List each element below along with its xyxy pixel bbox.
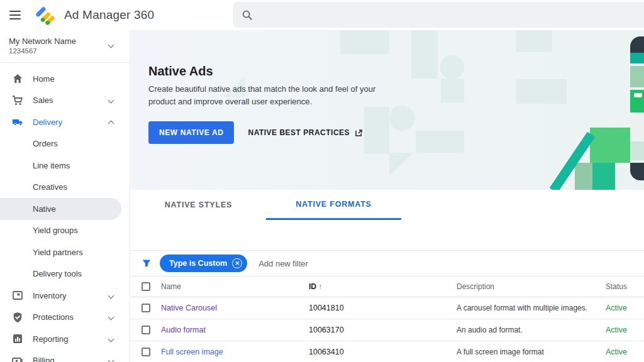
sidebar-item-label: Line items — [33, 161, 70, 170]
decorative-rect — [516, 79, 567, 104]
tab-native-formats[interactable]: NATIVE FORMATS — [266, 190, 401, 220]
decorative-rect — [516, 30, 552, 52]
hero-actions: NEW NATIVE AD NATIVE BEST PRACTICES — [148, 121, 364, 144]
hero-banner: Native Ads Create beautiful native ads t… — [131, 30, 644, 190]
select-all-checkbox[interactable] — [142, 282, 150, 291]
sidebar-item-label: Native — [33, 204, 56, 214]
sidebar-item-reporting[interactable]: Reporting — [0, 328, 130, 350]
table-row: Full screen image 10063410 A full screen… — [131, 341, 644, 362]
status-badge: Active — [606, 326, 627, 334]
sidebar-item-home[interactable]: Home — [0, 68, 130, 90]
sidebar-item-label: Yield partners — [33, 248, 83, 257]
home-icon — [11, 72, 24, 85]
tab-bar: NATIVE STYLES NATIVE FORMATS — [131, 190, 644, 220]
column-header-id[interactable]: ID↑ — [309, 282, 322, 291]
bar-chart-icon — [11, 332, 24, 345]
native-best-practices-button[interactable]: NATIVE BEST PRACTICES — [248, 128, 364, 138]
main-content: Native Ads Create beautiful native ads t… — [131, 30, 644, 362]
tab-native-styles[interactable]: NATIVE STYLES — [131, 190, 266, 220]
sort-ascending-icon: ↑ — [318, 282, 322, 291]
sidebar-item-line-items[interactable]: Line items — [0, 155, 130, 177]
column-header-status[interactable]: Status — [606, 282, 627, 291]
status-badge: Active — [606, 304, 627, 312]
sidebar-item-label: Inventory — [33, 291, 66, 300]
filter-chip-label: Type is Custom — [169, 259, 227, 268]
shield-check-icon — [11, 311, 24, 324]
hamburger-menu-icon[interactable] — [0, 0, 30, 30]
sidebar-item-label: Billing — [33, 356, 55, 362]
format-name-link[interactable]: Full screen image — [161, 348, 223, 356]
format-name-link[interactable]: Audio format — [161, 326, 206, 334]
sidebar-item-protections[interactable]: Protections — [0, 307, 130, 329]
sidebar-item-yield-partners[interactable]: Yield partners — [0, 241, 130, 263]
sidebar: My Network Name 1234567 Home Sales Deliv… — [0, 30, 130, 362]
table-header: Name ID↑ Description Status — [131, 277, 644, 297]
table-row: Native Carousel 10041810 A carousel form… — [131, 297, 644, 319]
new-native-ad-button[interactable]: NEW NATIVE AD — [148, 121, 234, 144]
sidebar-item-billing[interactable]: Billing — [0, 350, 130, 362]
filter-bar: Type is Custom ✕ Add new filter — [131, 250, 644, 277]
sidebar-item-label: Orders — [33, 139, 58, 148]
sidebar-nav: Home Sales Delivery Orders Line items Cr… — [0, 63, 130, 362]
billing-icon — [11, 354, 24, 362]
sidebar-item-label: Sales — [33, 96, 53, 105]
chevron-down-icon — [108, 97, 114, 104]
sidebar-item-delivery[interactable]: Delivery — [0, 111, 130, 133]
chevron-down-icon — [108, 292, 114, 299]
sidebar-item-label: Delivery tools — [33, 269, 82, 278]
decorative-triangle — [389, 153, 413, 177]
sidebar-item-label: Yield groups — [33, 226, 78, 235]
format-id: 10041810 — [309, 304, 344, 312]
sidebar-item-creatives[interactable]: Creatives — [0, 177, 130, 199]
sidebar-item-native[interactable]: Native — [0, 198, 121, 220]
sidebar-item-inventory[interactable]: Inventory — [0, 285, 130, 307]
inventory-icon — [11, 289, 24, 302]
network-name: My Network Name — [9, 36, 121, 46]
chevron-up-icon — [108, 121, 114, 127]
sidebar-item-sales[interactable]: Sales — [0, 90, 130, 112]
decorative-rect — [416, 131, 464, 153]
decorative-rect — [441, 79, 464, 102]
row-checkbox[interactable] — [142, 348, 150, 356]
network-selector[interactable]: My Network Name 1234567 — [0, 30, 130, 63]
decorative-circle — [389, 106, 414, 131]
decorative-sage-square — [575, 163, 592, 190]
decorative-rect — [411, 30, 438, 79]
row-checkbox[interactable] — [142, 326, 150, 334]
decorative-circle — [440, 55, 464, 79]
filter-chip-type-is-custom[interactable]: Type is Custom ✕ — [160, 255, 247, 272]
sidebar-item-label: Delivery — [33, 118, 62, 127]
format-id: 10063410 — [309, 348, 344, 356]
sidebar-item-label: Reporting — [33, 334, 68, 344]
page-title: Native Ads — [148, 64, 213, 79]
row-checkbox[interactable] — [142, 304, 150, 312]
filter-funnel-icon[interactable] — [141, 258, 152, 269]
sidebar-item-label: Protections — [33, 312, 74, 322]
decorative-phone-illustration — [630, 36, 644, 183]
decorative-green-square — [590, 128, 630, 163]
cart-icon — [11, 94, 24, 107]
sidebar-item-yield-groups[interactable]: Yield groups — [0, 220, 130, 242]
column-header-description[interactable]: Description — [457, 282, 494, 291]
top-app-bar: Ad Manager 360 — [0, 0, 644, 30]
format-name-link[interactable]: Native Carousel — [161, 304, 217, 312]
sidebar-item-delivery-tools[interactable]: Delivery tools — [0, 263, 130, 285]
sidebar-item-orders[interactable]: Orders — [0, 133, 130, 155]
remove-filter-icon[interactable]: ✕ — [232, 258, 242, 268]
search-input[interactable] — [233, 2, 644, 28]
format-id: 10063170 — [309, 326, 344, 334]
chevron-down-icon — [108, 336, 114, 342]
search-icon — [242, 9, 253, 21]
sidebar-item-label: Home — [33, 74, 55, 84]
decorative-teal-square — [592, 163, 615, 190]
add-new-filter-button[interactable]: Add new filter — [258, 259, 308, 268]
decorative-rect — [340, 30, 389, 54]
table-row: Audio format 10063170 An audio ad format… — [131, 319, 644, 341]
status-badge: Active — [606, 348, 627, 356]
column-header-name[interactable]: Name — [161, 282, 181, 291]
format-description: An audio ad format. — [457, 326, 523, 334]
decorative-rect — [364, 107, 389, 154]
network-code: 1234567 — [9, 47, 121, 55]
chevron-down-icon — [108, 314, 114, 321]
native-best-practices-label: NATIVE BEST PRACTICES — [248, 128, 350, 137]
